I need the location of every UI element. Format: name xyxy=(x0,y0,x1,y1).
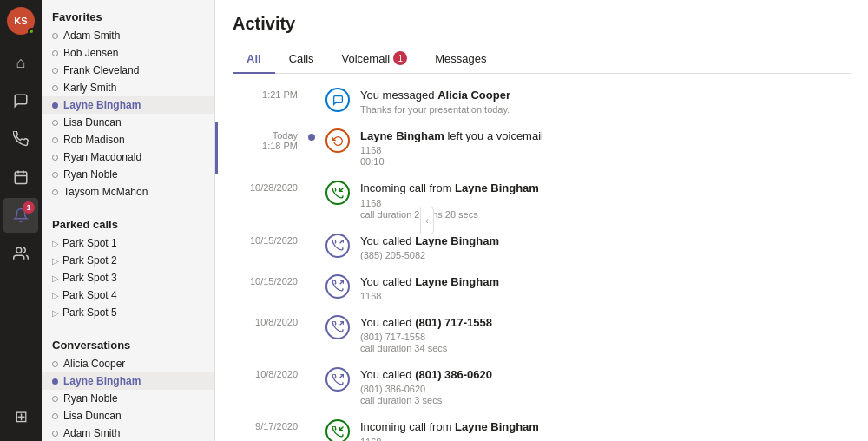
sidebar-item-alicia-cooper[interactable]: Alicia Cooper xyxy=(42,355,214,372)
today-label: Today xyxy=(235,130,298,141)
sidebar-item-taysom[interactable]: Taysom McMahon xyxy=(42,183,214,201)
activity-item[interactable]: 10/8/2020 You called (801) 386-0620 (801… xyxy=(215,360,868,412)
sidebar-item-adam-smith-conv[interactable]: Adam Smith xyxy=(42,425,214,441)
voicemail-badge: 1 xyxy=(393,51,407,65)
status-circle xyxy=(52,172,58,178)
apps-icon[interactable]: ⊞ xyxy=(3,399,38,434)
activity-content: You messaged Alicia Cooper Thanks for yo… xyxy=(360,88,851,115)
sidebar-item-layne-bingham-conv[interactable]: Layne Bingham xyxy=(42,372,214,390)
contact-name: Ryan Noble xyxy=(63,392,118,405)
calls-icon[interactable] xyxy=(3,122,38,156)
activity-duration: call duration 3 secs xyxy=(360,395,851,405)
activity-title: You called Layne Bingham xyxy=(360,274,851,290)
sidebar-item-ryan-noble-conv[interactable]: Ryan Noble xyxy=(42,390,214,407)
outgoing-call-icon xyxy=(326,315,350,339)
activity-item[interactable]: 10/15/2020 You called Layne Bingham (385… xyxy=(215,227,868,267)
main-content: Activity All Calls Voicemail 1 Messages xyxy=(215,0,868,441)
activity-duration: call duration 34 secs xyxy=(360,343,851,353)
activity-item[interactable]: 10/8/2020 You called (801) 717-1558 (801… xyxy=(215,308,868,360)
contact-name: Lisa Duncan xyxy=(63,410,122,422)
park-spot-4[interactable]: ▷ Park Spot 4 xyxy=(42,286,214,304)
main-header: Activity All Calls Voicemail 1 Messages xyxy=(215,0,868,74)
people-icon[interactable] xyxy=(3,236,38,271)
activity-time: 10/28/2020 xyxy=(235,181,298,193)
tab-all-label: All xyxy=(247,52,261,65)
voicemail-icon xyxy=(326,128,350,153)
activity-time: 10/15/2020 xyxy=(235,274,298,286)
activity-icon[interactable]: 1 xyxy=(3,198,38,233)
sidebar-item-layne-bingham-fav[interactable]: Layne Bingham xyxy=(42,96,214,114)
activity-time: 10/8/2020 xyxy=(235,315,298,327)
activity-title: Incoming call from Layne Bingham xyxy=(360,181,851,196)
sidebar: Favorites Adam Smith Bob Jensen Frank Cl… xyxy=(42,0,215,441)
sidebar-item-ryan-noble[interactable]: Ryan Noble xyxy=(42,166,214,183)
activity-item[interactable]: 1:21 PM You messaged Alicia Cooper Thank… xyxy=(215,81,868,122)
tab-calls[interactable]: Calls xyxy=(275,44,328,74)
sidebar-item-adam-smith[interactable]: Adam Smith xyxy=(42,27,214,44)
activity-subtitle: (801) 386-0620 xyxy=(360,384,851,394)
activity-title: Incoming call from Layne Bingham xyxy=(360,419,851,435)
sidebar-item-lisa-duncan[interactable]: Lisa Duncan xyxy=(42,114,214,131)
park-spot-3[interactable]: ▷ Park Spot 3 xyxy=(42,269,214,286)
activity-time: 10/8/2020 xyxy=(235,367,298,379)
outgoing-call-icon xyxy=(326,234,350,258)
status-dot xyxy=(52,378,58,385)
sidebar-item-lisa-duncan-conv[interactable]: Lisa Duncan xyxy=(42,407,214,425)
home-icon[interactable]: ⌂ xyxy=(3,45,38,80)
sidebar-item-ryan-macdonald[interactable]: Ryan Macdonald xyxy=(42,148,214,166)
contact-name: Lisa Duncan xyxy=(63,116,122,128)
activity-content: Layne Bingham left you a voicemail 1168 … xyxy=(360,128,851,167)
tab-all[interactable]: All xyxy=(233,44,275,74)
park-spot-5[interactable]: ▷ Park Spot 5 xyxy=(42,304,214,321)
activity-subtitle: 1168 xyxy=(360,145,851,155)
collapse-sidebar-button[interactable]: ‹ xyxy=(420,207,434,234)
activity-item[interactable]: 10/28/2020 Incoming call from Layne Bing… xyxy=(215,174,868,226)
parked-calls-header: Parked calls xyxy=(42,207,214,234)
activity-time: 9/17/2020 xyxy=(235,419,298,431)
sidebar-item-frank-cleveland[interactable]: Frank Cleveland xyxy=(42,62,214,79)
calendar-icon[interactable] xyxy=(3,160,38,194)
activity-duration: 00:10 xyxy=(360,156,851,167)
status-circle xyxy=(52,137,58,143)
tab-voicemail-label: Voicemail xyxy=(342,52,391,65)
activity-subtitle: (801) 717-1558 xyxy=(360,332,851,342)
activity-item[interactable]: 10/15/2020 You called Layne Bingham 1168 xyxy=(215,267,868,308)
activity-subtitle: 1168 xyxy=(360,198,851,208)
park-spot-2[interactable]: ▷ Park Spot 2 xyxy=(42,252,214,269)
contact-name: Layne Bingham xyxy=(63,99,141,111)
message-icon xyxy=(326,88,350,112)
tab-messages[interactable]: Messages xyxy=(421,44,500,74)
tabs: All Calls Voicemail 1 Messages xyxy=(233,44,851,74)
activity-item[interactable]: 9/17/2020 Incoming call from Layne Bingh… xyxy=(215,412,868,441)
activity-title: You called (801) 386-0620 xyxy=(360,367,851,383)
tab-voicemail[interactable]: Voicemail 1 xyxy=(328,44,422,74)
activity-content: You called Layne Bingham 1168 xyxy=(360,274,851,301)
contact-name: Karly Smith xyxy=(63,82,116,94)
activity-item[interactable]: Today 1:18 PM Layne Bingham left you a v… xyxy=(215,122,868,174)
status-circle xyxy=(52,413,58,419)
avatar[interactable]: KS xyxy=(7,7,35,35)
icon-rail: KS ⌂ 1 ⊞ xyxy=(0,0,42,441)
status-circle xyxy=(52,396,58,402)
park-icon: ▷ xyxy=(52,239,59,248)
sidebar-item-karly-smith[interactable]: Karly Smith xyxy=(42,79,214,96)
activity-content: You called (801) 386-0620 (801) 386-0620… xyxy=(360,367,851,405)
chat-icon[interactable] xyxy=(3,83,38,118)
outgoing-call-icon xyxy=(326,367,350,392)
incoming-call-icon xyxy=(326,419,350,441)
activity-subtitle: (385) 205-5082 xyxy=(360,250,851,260)
sidebar-item-rob-madison[interactable]: Rob Madison xyxy=(42,131,214,148)
park-label: Park Spot 5 xyxy=(62,306,117,319)
page-title: Activity xyxy=(233,14,851,34)
park-spot-1[interactable]: ▷ Park Spot 1 xyxy=(42,234,214,252)
sidebar-item-bob-jensen[interactable]: Bob Jensen xyxy=(42,44,214,62)
status-dot xyxy=(28,28,35,35)
contact-name: Taysom McMahon xyxy=(63,186,148,198)
activity-content: You called Layne Bingham (385) 205-5082 xyxy=(360,234,851,260)
tab-messages-label: Messages xyxy=(435,52,486,65)
park-label: Park Spot 3 xyxy=(62,272,117,284)
park-icon: ▷ xyxy=(52,291,59,300)
activity-content: Incoming call from Layne Bingham 1168 xyxy=(360,419,851,441)
contact-name: Bob Jensen xyxy=(63,47,118,59)
unread-indicator xyxy=(308,134,315,141)
